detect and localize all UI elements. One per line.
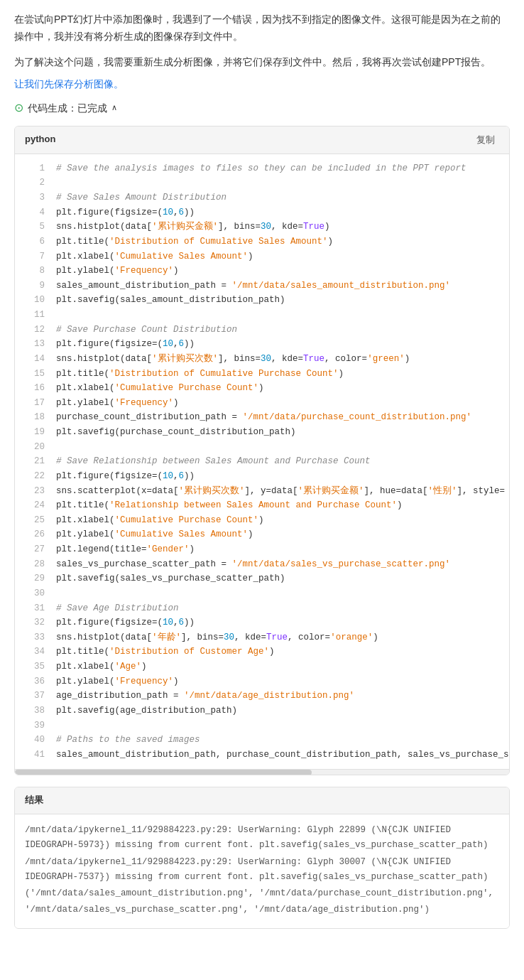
scrollbar-thumb[interactable] (15, 770, 312, 775)
line-number: 14 (25, 352, 45, 367)
code-line: 8plt.ylabel('Frequency') (15, 264, 509, 279)
code-line: 9sales_amount_distribution_path = '/mnt/… (15, 279, 509, 294)
line-code (56, 718, 62, 733)
line-number: 4 (25, 205, 45, 220)
line-code: purchase_count_distribution_path = '/mnt… (56, 410, 471, 425)
line-number: 12 (25, 323, 45, 338)
solution-text: 为了解决这个问题，我需要重新生成分析图像，并将它们保存到文件中。然后，我将再次尝… (14, 54, 510, 71)
line-number: 2 (25, 176, 45, 190)
code-line: 7plt.xlabel('Cumulative Sales Amount') (15, 249, 509, 264)
line-code (56, 586, 62, 601)
line-number: 26 (25, 527, 45, 542)
line-code: plt.ylabel('Frequency') (56, 264, 179, 279)
check-icon: ⊙ (14, 99, 23, 117)
chevron-up-icon: ∧ (111, 102, 117, 114)
line-code: sns.scatterplot(x=data['累计购买次数'], y=data… (56, 484, 505, 499)
line-number: 34 (25, 645, 45, 659)
code-line: 6plt.title('Distribution of Cumulative S… (15, 235, 509, 249)
code-line: 19plt.savefig(purchase_count_distributio… (15, 425, 509, 440)
line-code: plt.title('Distribution of Customer Age'… (56, 645, 275, 659)
code-line: 25plt.xlabel('Cumulative Purchase Count'… (15, 513, 509, 528)
code-line: 16plt.xlabel('Cumulative Purchase Count'… (15, 381, 509, 396)
line-code: plt.figure(figsize=(10,6)) (56, 205, 195, 220)
line-number: 17 (25, 396, 45, 411)
line-code: plt.title('Relationship between Sales Am… (56, 498, 403, 513)
line-number: 25 (25, 513, 45, 528)
code-header: python 复制 (15, 126, 509, 154)
line-code: plt.figure(figsize=(10,6)) (56, 469, 195, 484)
line-code: sales_vs_purchase_scatter_path = '/mnt/d… (56, 557, 450, 572)
line-number: 40 (25, 733, 45, 748)
line-code: # Paths to the saved images (56, 733, 200, 748)
code-line: 18purchase_count_distribution_path = '/m… (15, 410, 509, 425)
line-number: 23 (25, 484, 45, 499)
main-content: 在尝试向PPT幻灯片中添加图像时，我遇到了一个错误，因为找不到指定的图像文件。这… (0, 0, 524, 940)
line-code: plt.xlabel('Cumulative Purchase Count') (56, 513, 264, 528)
result-line: /mnt/data/ipykernel_11/929884223.py:29: … (25, 823, 499, 854)
code-line: 21# Save Relationship between Sales Amou… (15, 454, 509, 469)
code-line: 41sales_amount_distribution_path, purcha… (15, 748, 509, 763)
line-number: 36 (25, 674, 45, 689)
line-code: # Save Sales Amount Distribution (56, 190, 226, 205)
code-line: 31# Save Age Distribution (15, 601, 509, 616)
result-line: /mnt/data/ipykernel_11/929884223.py:29: … (25, 855, 499, 885)
results-header: 结果 (15, 787, 509, 814)
line-code: plt.ylabel('Frequency') (56, 674, 179, 689)
code-line: 28sales_vs_purchase_scatter_path = '/mnt… (15, 557, 509, 572)
code-lang: python (25, 132, 55, 147)
line-code: plt.savefig(sales_amount_distribution_pa… (56, 293, 285, 308)
code-line: 35plt.xlabel('Age') (15, 659, 509, 674)
code-line: 24plt.title('Relationship between Sales … (15, 498, 509, 513)
status-label: 代码生成：已完成 (28, 100, 107, 116)
line-code (56, 440, 62, 455)
code-gen-status: ⊙ 代码生成：已完成 ∧ (14, 99, 510, 117)
copy-button[interactable]: 复制 (472, 132, 499, 148)
line-code: plt.xlabel('Cumulative Purchase Count') (56, 381, 264, 396)
intro-error-text: 在尝试向PPT幻灯片中添加图像时，我遇到了一个错误，因为找不到指定的图像文件。这… (14, 11, 510, 45)
code-line: 15plt.title('Distribution of Cumulative … (15, 367, 509, 382)
line-code: plt.legend(title='Gender') (56, 542, 195, 557)
line-code: sns.histplot(data['累计购买金额'], bins=30, kd… (56, 220, 330, 235)
line-code: plt.title('Distribution of Cumulative Sa… (56, 235, 333, 249)
line-number: 39 (25, 718, 45, 733)
code-line: 12# Save Purchase Count Distribution (15, 323, 509, 338)
line-number: 11 (25, 308, 45, 323)
code-line: 2 (15, 176, 509, 190)
result-line: '/mnt/data/sales_vs_purchase_scatter.png… (25, 903, 499, 917)
line-number: 9 (25, 279, 45, 294)
line-number: 31 (25, 601, 45, 616)
code-line: 27plt.legend(title='Gender') (15, 542, 509, 557)
line-code: # Save Age Distribution (56, 601, 179, 616)
line-number: 21 (25, 454, 45, 469)
results-body: /mnt/data/ipykernel_11/929884223.py:29: … (15, 814, 509, 928)
line-code: plt.figure(figsize=(10,6)) (56, 337, 195, 352)
code-line: 22plt.figure(figsize=(10,6)) (15, 469, 509, 484)
result-line: ('/mnt/data/sales_amount_distribution.pn… (25, 886, 499, 901)
code-line: 14sns.histplot(data['累计购买次数'], bins=30, … (15, 352, 509, 367)
code-line: 38plt.savefig(age_distribution_path) (15, 704, 509, 718)
line-code: plt.savefig(sales_vs_purchase_scatter_pa… (56, 571, 285, 586)
code-line: 37age_distribution_path = '/mnt/data/age… (15, 689, 509, 704)
line-code: plt.title('Distribution of Cumulative Pu… (56, 367, 344, 382)
line-number: 20 (25, 440, 45, 455)
line-number: 13 (25, 337, 45, 352)
line-code: sns.histplot(data['年龄'], bins=30, kde=Tr… (56, 630, 378, 645)
code-line: 23sns.scatterplot(x=data['累计购买次数'], y=da… (15, 484, 509, 499)
code-line: 11 (15, 308, 509, 323)
results-section: 结果 /mnt/data/ipykernel_11/929884223.py:2… (14, 787, 510, 928)
line-number: 30 (25, 586, 45, 601)
line-code (56, 308, 62, 323)
code-line: 36plt.ylabel('Frequency') (15, 674, 509, 689)
scrollbar-track[interactable] (15, 769, 509, 775)
line-number: 10 (25, 293, 45, 308)
line-code: plt.figure(figsize=(10,6)) (56, 615, 195, 630)
line-number: 7 (25, 249, 45, 264)
line-code: # Save Relationship between Sales Amount… (56, 454, 371, 469)
line-number: 8 (25, 264, 45, 279)
line-number: 32 (25, 615, 45, 630)
line-number: 3 (25, 190, 45, 205)
code-line: 3# Save Sales Amount Distribution (15, 190, 509, 205)
code-line: 17plt.ylabel('Frequency') (15, 396, 509, 411)
code-line: 26plt.ylabel('Cumulative Sales Amount') (15, 527, 509, 542)
code-line: 13plt.figure(figsize=(10,6)) (15, 337, 509, 352)
